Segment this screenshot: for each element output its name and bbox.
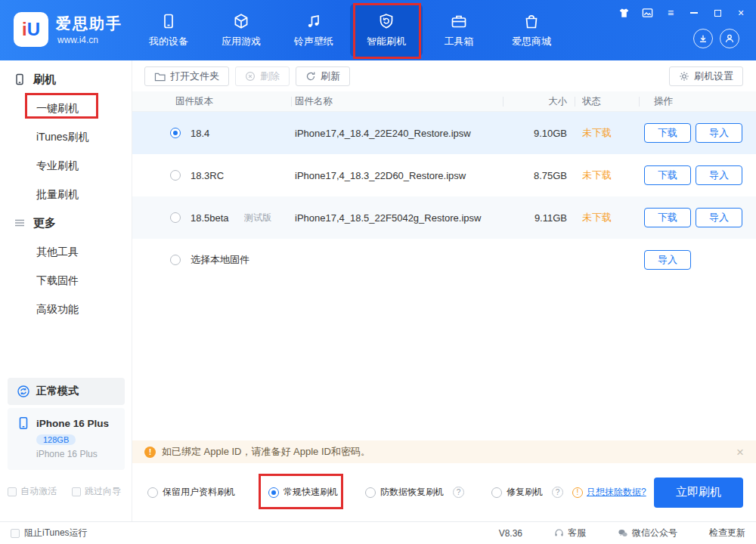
option-anti-data-recovery[interactable]: 防数据恢复刷机 ? [365, 486, 464, 499]
flash-now-button[interactable]: 立即刷机 [654, 478, 743, 508]
erase-data-link[interactable]: 只想抹除数据? [587, 486, 646, 499]
firmware-radio[interactable] [170, 170, 181, 181]
option-radio[interactable] [491, 487, 502, 498]
folder-icon [154, 72, 166, 82]
nav-label: 工具箱 [445, 35, 474, 48]
connected-device-card[interactable]: iPhone 16 Plus 128GB iPhone 16 Plus [8, 408, 125, 470]
nav-tab-store[interactable]: 爱思商城 [495, 4, 568, 57]
firmware-radio[interactable] [170, 255, 181, 265]
device-model: iPhone 16 Plus [36, 449, 125, 459]
firmware-table: 固件版本 固件名称 大小 状态 操作 18.4 iPhone17,4_18.4_… [132, 91, 756, 281]
auto-activate-checkbox[interactable]: 自动激活 [8, 485, 57, 498]
firmware-status: 未下载 [575, 211, 639, 224]
nav-tab-smart-flash[interactable]: 智能刷机 [350, 4, 423, 57]
firmware-version: 18.5beta [191, 212, 229, 224]
mode-switch-icon [17, 385, 30, 398]
sidebar-item-one-click-flash[interactable]: 一键刷机 [0, 94, 132, 122]
checkbox-icon [72, 487, 81, 496]
user-account-icon[interactable] [720, 29, 739, 48]
nav-tab-my-devices[interactable]: 我的设备 [132, 4, 205, 57]
nav-label: 智能刷机 [367, 35, 406, 48]
refresh-button[interactable]: 刷新 [296, 66, 350, 86]
checkbox-label: 跳过向导 [85, 485, 121, 498]
nav-tab-ringtones-wallpapers[interactable]: 铃声壁纸 [277, 4, 350, 57]
button-label: 删除 [260, 70, 280, 83]
music-note-icon [305, 12, 323, 30]
main-nav: 我的设备 应用游戏 铃声壁纸 智能刷机 工具箱 [132, 0, 568, 60]
checkbox-icon [8, 487, 17, 496]
customer-service-link[interactable]: 客服 [554, 527, 586, 539]
nav-label: 应用游戏 [222, 35, 261, 48]
nav-tab-toolbox[interactable]: 工具箱 [423, 4, 495, 57]
delete-button[interactable]: 删除 [235, 66, 290, 86]
option-radio[interactable] [365, 487, 376, 498]
help-icon[interactable]: ? [453, 487, 464, 498]
download-button[interactable]: 下载 [644, 123, 691, 143]
mini-window-icon[interactable] [641, 7, 653, 19]
headset-icon [554, 528, 564, 538]
firmware-name: iPhone17,4_18.5_22F5042g_Restore.ipsw [291, 212, 503, 224]
option-radio[interactable] [268, 487, 279, 498]
import-button[interactable]: 导入 [696, 165, 742, 185]
import-button[interactable]: 导入 [696, 123, 742, 143]
option-radio[interactable] [147, 487, 158, 498]
sidebar-item-advanced-features[interactable]: 高级功能 [0, 295, 132, 323]
warning-icon: ! [144, 447, 156, 458]
app-header: iU 爱思助手 www.i4.cn 我的设备 应用游戏 铃声壁纸 智能刷机 [0, 0, 756, 60]
table-row[interactable]: 18.5beta 测试版 iPhone17,4_18.5_22F5042g_Re… [132, 196, 756, 239]
info-icon: ! [572, 487, 583, 498]
sidebar-item-batch-flash[interactable]: 批量刷机 [0, 180, 132, 209]
app-version: V8.36 [499, 528, 522, 539]
block-itunes-checkbox[interactable]: 阻止iTunes运行 [11, 527, 88, 539]
option-label: 常规快速刷机 [284, 486, 338, 499]
sidebar-item-other-tools[interactable]: 其他工具 [0, 237, 132, 266]
skip-setup-checkbox[interactable]: 跳过向导 [72, 485, 121, 498]
briefcase-icon [450, 12, 468, 30]
button-label: 打开文件夹 [170, 70, 219, 83]
menu-icon[interactable]: ≡ [665, 7, 677, 19]
option-keep-user-data[interactable]: 保留用户资料刷机 [147, 486, 235, 499]
table-row-local-firmware[interactable]: 选择本地固件 导入 [132, 239, 756, 281]
window-controls: ≡ × [618, 7, 747, 19]
check-update-link[interactable]: 检查更新 [709, 527, 745, 539]
table-header: 固件版本 固件名称 大小 状态 操作 [132, 91, 756, 112]
option-repair-flash[interactable]: 修复刷机 ? [491, 486, 563, 499]
import-button[interactable]: 导入 [696, 208, 742, 227]
open-folder-button[interactable]: 打开文件夹 [144, 66, 229, 86]
notice-text: 如已绑定 Apple ID，请准备好 Apple ID和密码。 [162, 445, 370, 459]
download-manager-icon[interactable] [693, 29, 713, 48]
sidebar-item-itunes-flash[interactable]: iTunes刷机 [0, 122, 132, 151]
firmware-radio[interactable] [170, 128, 181, 138]
app-logo[interactable]: iU [14, 12, 48, 47]
sidebar: 刷机 一键刷机 iTunes刷机 专业刷机 批量刷机 更多 其他工具 下载固件 … [0, 60, 132, 521]
sidebar-item-pro-flash[interactable]: 专业刷机 [0, 151, 132, 180]
import-button[interactable]: 导入 [644, 250, 691, 270]
table-row[interactable]: 18.3RC iPhone17,4_18.3_22D60_Restore.ips… [132, 154, 756, 196]
link-label: 微信公众号 [632, 527, 677, 539]
column-header-action: 操作 [639, 91, 756, 111]
download-button[interactable]: 下载 [644, 208, 691, 227]
download-button[interactable]: 下载 [644, 165, 691, 185]
close-icon[interactable]: × [735, 7, 747, 19]
button-label: 刷机设置 [694, 70, 733, 83]
nav-label: 铃声壁纸 [294, 35, 333, 48]
sidebar-item-download-firmware[interactable]: 下载固件 [0, 266, 132, 295]
flash-settings-button[interactable]: 刷机设置 [669, 66, 743, 86]
mode-label: 正常模式 [36, 385, 79, 398]
phone-icon [14, 73, 26, 85]
column-header-status: 状态 [575, 91, 639, 111]
minimize-icon[interactable] [688, 7, 700, 19]
gear-icon [679, 71, 689, 82]
help-icon[interactable]: ? [552, 487, 563, 498]
device-mode-badge[interactable]: 正常模式 [8, 378, 125, 405]
firmware-radio[interactable] [170, 212, 181, 223]
maximize-icon[interactable] [711, 7, 723, 19]
skin-icon[interactable] [618, 7, 630, 19]
table-row[interactable]: 18.4 iPhone17,4_18.4_22E240_Restore.ipsw… [132, 112, 756, 154]
nav-tab-apps-games[interactable]: 应用游戏 [205, 4, 277, 57]
option-normal-fast-flash[interactable]: 常规快速刷机 [268, 486, 338, 499]
notice-close-icon[interactable]: × [736, 446, 744, 459]
sidebar-checkbox-row: 自动激活 跳过向导 [8, 485, 121, 498]
shopping-bag-icon [522, 12, 541, 30]
wechat-official-link[interactable]: 微信公众号 [618, 527, 677, 539]
